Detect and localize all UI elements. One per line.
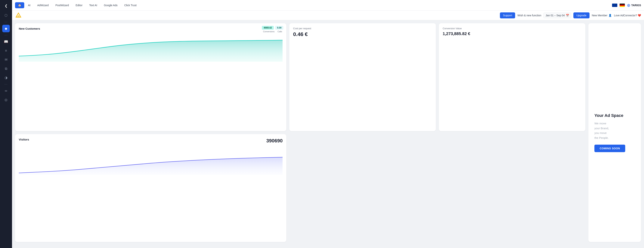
sidebar-item-book[interactable]: 📖 xyxy=(2,38,10,45)
cost-per-request-label: Cost per request xyxy=(293,27,432,30)
dashboard: New Customers 4669.42 0.00 Conversions C… xyxy=(12,20,644,248)
calendar-icon: 📅 xyxy=(566,14,569,17)
tarigs-logo: ◎ TARIGS xyxy=(627,3,641,7)
new-customers-chart xyxy=(19,32,282,62)
conversion-value-value: 1,273,885.82 € xyxy=(442,31,582,36)
middle-top-cards: Cost per request 0.46 € Conversion Value… xyxy=(289,23,586,131)
sidebar-item-list[interactable]: ≡ xyxy=(2,47,10,54)
badges-row: 4669.42 0.00 xyxy=(262,26,284,30)
upgrade-button[interactable]: Upgrade xyxy=(573,12,590,18)
sidebar: ❮ ⬡ ··· ◆ ··· 📖 ≡ ✉ ⧉ ◑ ··· ∞ ◎ xyxy=(0,0,12,248)
conversions-badge: 4669.42 xyxy=(262,26,274,30)
adwizard-button[interactable]: AdWizard xyxy=(34,2,52,8)
cost-per-request-card: Cost per request 0.46 € xyxy=(289,23,436,131)
wish-function-button[interactable]: Wish & new function xyxy=(518,14,541,17)
adspace-title: Your Ad Space xyxy=(594,113,623,118)
de-flag-icon[interactable] xyxy=(620,3,625,7)
home-button[interactable]: 🏠 xyxy=(15,2,24,8)
ad-space-card: Your Ad Space We move your Brand, you mo… xyxy=(588,23,641,242)
top-navigation: 🏠 AI AdWizard PostWizard Editor Text AI … xyxy=(12,0,644,10)
new-customers-card: New Customers 4669.42 0.00 Conversions C… xyxy=(15,23,286,131)
date-range-label: Jan 01 – Sep 04 xyxy=(546,14,565,17)
cost-per-request-value: 0.46 € xyxy=(293,31,432,37)
sidebar-item-layers[interactable]: ⧉ xyxy=(2,65,10,72)
visitors-value: 390690 xyxy=(266,138,283,144)
editor-button[interactable]: Editor xyxy=(73,2,86,8)
sidebar-item-meta[interactable]: ∞ xyxy=(2,87,10,95)
sub-header: Support Wish & new function Jan 01 – Sep… xyxy=(12,10,644,20)
tarigs-icon: ◎ xyxy=(627,3,630,7)
conversion-value-label: Conversion Value xyxy=(442,27,582,30)
sidebar-toggle[interactable]: ❮ xyxy=(3,2,9,9)
new-customers-title: New Customers xyxy=(19,27,282,30)
googleads-button[interactable]: Google Ads xyxy=(101,2,120,8)
sidebar-dots-3: ··· xyxy=(4,83,8,86)
visitors-title: Visitors xyxy=(19,138,282,141)
person-icon: 👤 xyxy=(608,14,612,17)
adspace-description: We move your Brand, you move the People. xyxy=(594,121,609,140)
adconnector-logo-small xyxy=(15,12,22,19)
clicktrust-button[interactable]: Click Trust xyxy=(121,2,140,8)
sidebar-item-drop[interactable]: ◑ xyxy=(2,74,10,81)
sidebar-dots-2: ··· xyxy=(4,34,8,36)
visitors-chart xyxy=(19,149,282,175)
nav-right-area: 🇪🇺 ◎ TARIGS xyxy=(612,3,641,7)
coming-soon-button[interactable]: COMING SOON xyxy=(594,145,625,152)
postwizard-button[interactable]: PostWizard xyxy=(52,2,72,8)
support-button[interactable]: Support xyxy=(500,12,515,18)
eu-flag-icon[interactable]: 🇪🇺 xyxy=(612,3,617,7)
conversion-value-card: Conversion Value 1,273,885.82 € xyxy=(439,23,586,131)
date-range-picker[interactable]: Jan 01 – Sep 04 📅 xyxy=(544,12,571,18)
ai-button[interactable]: AI xyxy=(25,2,34,8)
love-label: Love AdConnector? ❤️ xyxy=(614,14,641,17)
visitors-card: Visitors 390690 xyxy=(15,134,286,242)
love-adconnector-button[interactable]: Love AdConnector? ❤️ xyxy=(614,14,641,17)
tarigs-label: TARIGS xyxy=(631,4,641,7)
new-member-button[interactable]: New Member 👤 xyxy=(592,14,612,17)
calls-badge: 0.00 xyxy=(275,26,283,30)
sidebar-item-diamond[interactable]: ◆ xyxy=(2,25,10,32)
textai-button[interactable]: Text AI xyxy=(86,2,100,8)
new-member-label: New Member xyxy=(592,14,607,17)
sidebar-dots-1: ··· xyxy=(4,21,8,23)
sidebar-item-tarigs[interactable]: ◎ xyxy=(2,96,10,104)
main-content: 🏠 AI AdWizard PostWizard Editor Text AI … xyxy=(12,0,644,248)
sidebar-item-mail[interactable]: ✉ xyxy=(2,56,10,63)
sidebar-item-home[interactable]: ⬡ xyxy=(2,12,10,19)
